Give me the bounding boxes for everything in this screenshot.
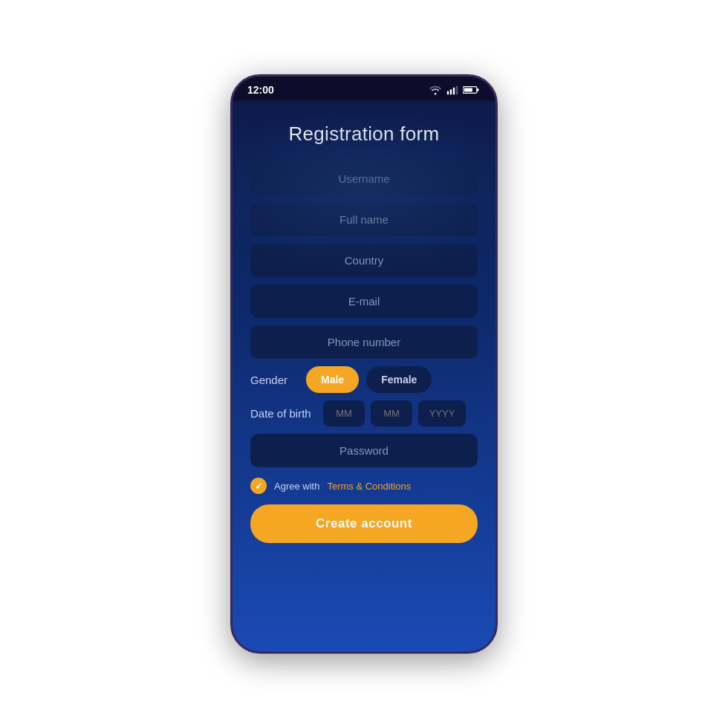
gender-label: Gender bbox=[250, 374, 299, 386]
agree-row: ✓ Agree with Terms & Conditions bbox=[250, 478, 478, 494]
svg-rect-0 bbox=[447, 91, 449, 95]
checkmark-icon: ✓ bbox=[255, 481, 263, 492]
page-title: Registration form bbox=[288, 123, 439, 146]
svg-rect-2 bbox=[453, 88, 455, 95]
svg-rect-6 bbox=[464, 88, 472, 91]
dob-label: Date of birth bbox=[250, 407, 317, 420]
svg-rect-1 bbox=[450, 89, 452, 94]
phone-frame: 12:00 Registration form bbox=[230, 74, 498, 654]
battery-icon bbox=[463, 85, 481, 95]
fullname-input[interactable] bbox=[250, 203, 478, 236]
wifi-icon bbox=[429, 85, 442, 95]
terms-checkbox[interactable]: ✓ bbox=[250, 478, 267, 494]
svg-rect-3 bbox=[456, 85, 458, 94]
gender-female-button[interactable]: Female bbox=[366, 366, 432, 393]
dob-row: Date of birth bbox=[250, 400, 478, 426]
screen-content: Registration form Gender Male Female Dat… bbox=[233, 100, 495, 651]
country-input[interactable] bbox=[250, 244, 478, 277]
dob-day-input[interactable] bbox=[371, 400, 412, 426]
password-input[interactable] bbox=[250, 434, 478, 467]
signal-icon bbox=[446, 85, 458, 95]
dob-month-input[interactable] bbox=[323, 400, 365, 426]
terms-link[interactable]: Terms & Conditions bbox=[327, 481, 411, 492]
status-bar: 12:00 bbox=[233, 77, 495, 100]
username-input[interactable] bbox=[250, 162, 478, 195]
svg-rect-5 bbox=[477, 88, 479, 91]
gender-row: Gender Male Female bbox=[250, 366, 478, 393]
status-time: 12:00 bbox=[247, 84, 274, 96]
gender-male-button[interactable]: Male bbox=[306, 366, 359, 393]
phone-input[interactable] bbox=[250, 325, 478, 359]
create-account-button[interactable]: Create account bbox=[250, 504, 478, 543]
status-icons bbox=[429, 85, 481, 95]
email-input[interactable] bbox=[250, 285, 478, 318]
dob-year-input[interactable] bbox=[418, 400, 466, 426]
agree-text: Agree with bbox=[274, 481, 319, 492]
